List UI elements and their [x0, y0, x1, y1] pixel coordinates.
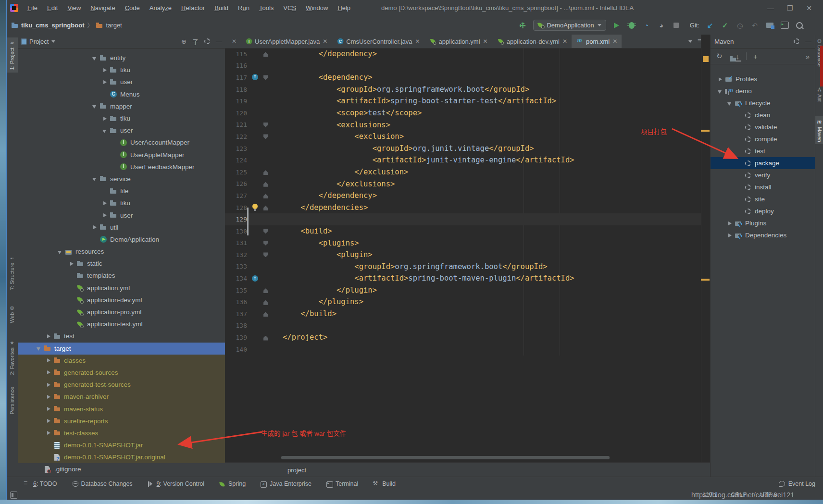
tree-arrow-icon[interactable]	[736, 112, 744, 119]
fold-marker-icon[interactable]	[262, 275, 271, 283]
close-icon[interactable]: ✕	[232, 38, 237, 45]
tree-arrow-icon[interactable]	[736, 196, 744, 203]
gutter-icon[interactable]	[249, 50, 262, 58]
tree-row[interactable]: file	[18, 185, 225, 197]
fold-marker-icon[interactable]	[262, 216, 271, 223]
menu-item[interactable]: Build	[210, 3, 233, 13]
tree-arrow-icon[interactable]	[45, 406, 53, 412]
git-update-icon[interactable]: ↙	[706, 21, 714, 30]
menu-item[interactable]: Edit	[43, 3, 62, 13]
build-hammer-icon[interactable]: ⚒	[517, 19, 529, 31]
menu-item[interactable]: File	[23, 3, 42, 13]
maven-tree-row[interactable]: test	[711, 145, 815, 157]
gear-icon[interactable]	[204, 38, 210, 44]
tree-row[interactable]: application-pro.yml	[18, 306, 225, 318]
tree-arrow-icon[interactable]	[45, 381, 53, 388]
tree-arrow-icon[interactable]	[101, 200, 109, 207]
menu-item[interactable]: Analyze	[145, 3, 176, 13]
gutter-icon[interactable]	[249, 322, 262, 330]
tree-row[interactable]: Menus	[18, 88, 225, 100]
fold-marker-icon[interactable]	[262, 204, 271, 211]
minimize-button[interactable]: —	[767, 4, 774, 12]
tree-arrow-icon[interactable]	[45, 393, 53, 400]
gutter-icon[interactable]	[249, 121, 262, 129]
fold-marker-icon[interactable]	[262, 180, 271, 188]
fold-marker-icon[interactable]	[262, 62, 271, 70]
tab-close-icon[interactable]: ✕	[612, 38, 617, 45]
tree-arrow-icon[interactable]	[36, 466, 43, 473]
tree-arrow-icon[interactable]	[57, 248, 64, 255]
fold-marker-icon[interactable]	[262, 322, 271, 330]
editor-tab[interactable]: application.yml ✕	[424, 35, 492, 48]
tree-row[interactable]: tiku	[18, 112, 225, 124]
run-configuration-select[interactable]: DemoApplication	[533, 20, 606, 31]
tree-row[interactable]: UserAppletMapper	[18, 149, 225, 161]
sidebar-tab-favorites[interactable]: ★ 2: Favorites	[6, 340, 18, 375]
code-line[interactable]: 136 </plugins>	[225, 296, 710, 308]
tree-arrow-icon[interactable]	[726, 100, 734, 107]
maven-tree-row[interactable]: Profiles	[711, 73, 815, 85]
tree-arrow-icon[interactable]	[68, 284, 76, 291]
toolwindow-button[interactable]: Spring	[219, 480, 246, 487]
code-line[interactable]: 130 <build>	[225, 225, 710, 237]
tree-row[interactable]: generated-test-sources	[18, 379, 225, 391]
code-line[interactable]: 122 <exclusion>	[225, 131, 710, 143]
xml-breadcrumb-item[interactable]: project	[287, 467, 306, 474]
fold-marker-icon[interactable]	[262, 227, 271, 235]
event-log-button[interactable]: Event Log	[779, 477, 815, 491]
gutter-icon[interactable]	[249, 74, 262, 81]
tree-arrow-icon[interactable]	[91, 55, 99, 61]
fold-marker-icon[interactable]	[262, 345, 271, 353]
fold-marker-icon[interactable]	[262, 263, 271, 270]
tree-row[interactable]: generated-sources	[18, 367, 225, 379]
menu-item[interactable]: Navigate	[86, 3, 119, 13]
gutter-icon[interactable]	[249, 275, 262, 283]
tree-arrow-icon[interactable]	[101, 67, 109, 74]
editor-tab[interactable]: CmsUserController.java ✕	[332, 35, 424, 48]
maven-tree-row[interactable]: demo	[711, 85, 815, 97]
tree-row[interactable]: test-classes	[18, 427, 225, 439]
gutter-icon[interactable]	[249, 145, 262, 152]
code-line[interactable]: 116	[225, 60, 710, 72]
sidebar-tab-persistence[interactable]: Persistence	[6, 387, 18, 414]
code-line[interactable]: 125 </exclusion>	[225, 166, 710, 178]
editor-tab[interactable]: pom.xml ✕	[572, 35, 622, 48]
fold-marker-icon[interactable]	[262, 133, 271, 140]
more-actions-icon[interactable]: »	[806, 52, 810, 61]
add-maven-project-icon[interactable]: +	[753, 52, 758, 61]
fold-marker-icon[interactable]	[262, 239, 271, 247]
code-line[interactable]: 118 <groupId>org.springframework.boot</g…	[225, 84, 710, 96]
tree-arrow-icon[interactable]	[101, 212, 109, 219]
tree-row[interactable]: application-test.yml	[18, 318, 225, 330]
code-line[interactable]: 127 </dependency>	[225, 190, 710, 202]
sidebar-tab-structure[interactable]: ▪▫ 7: Structure	[6, 256, 18, 290]
tree-arrow-icon[interactable]	[112, 151, 119, 158]
gear-icon[interactable]	[794, 38, 799, 44]
tree-row[interactable]: DemoApplication	[18, 234, 225, 246]
sidebar-tab-web[interactable]: ◍ Web	[6, 305, 18, 323]
tree-arrow-icon[interactable]	[45, 454, 53, 461]
tab-close-icon[interactable]: ✕	[415, 38, 420, 45]
tree-row[interactable]: UserFeedbackMapper	[18, 161, 225, 173]
tree-arrow-icon[interactable]	[91, 236, 99, 243]
tab-close-icon[interactable]: ✕	[562, 38, 567, 45]
warning-stripe-mark[interactable]	[701, 130, 710, 132]
maximize-button[interactable]: ❒	[786, 4, 793, 12]
code-line[interactable]: 135 </plugin>	[225, 284, 710, 296]
tree-arrow-icon[interactable]	[736, 172, 744, 179]
toolwindow-button[interactable]: 6: TODO	[24, 480, 57, 487]
maven-tree-row[interactable]: verify	[711, 169, 815, 181]
gutter-icon[interactable]	[249, 310, 262, 318]
editor-tab[interactable]: application-dev.yml ✕	[492, 35, 572, 48]
gutter-icon[interactable]	[249, 98, 262, 105]
warning-stripe-mark[interactable]	[701, 279, 710, 281]
fold-marker-icon[interactable]	[262, 50, 271, 58]
tree-arrow-icon[interactable]	[68, 260, 76, 267]
tree-row[interactable]: classes	[18, 355, 225, 367]
tree-arrow-icon[interactable]	[717, 88, 724, 95]
code-line[interactable]: 138	[225, 320, 710, 332]
code-line[interactable]: 131 <plugins>	[225, 237, 710, 249]
code-line[interactable]: 129	[225, 213, 710, 225]
debug-button[interactable]	[629, 22, 635, 29]
tree-row[interactable]: service	[18, 173, 225, 185]
